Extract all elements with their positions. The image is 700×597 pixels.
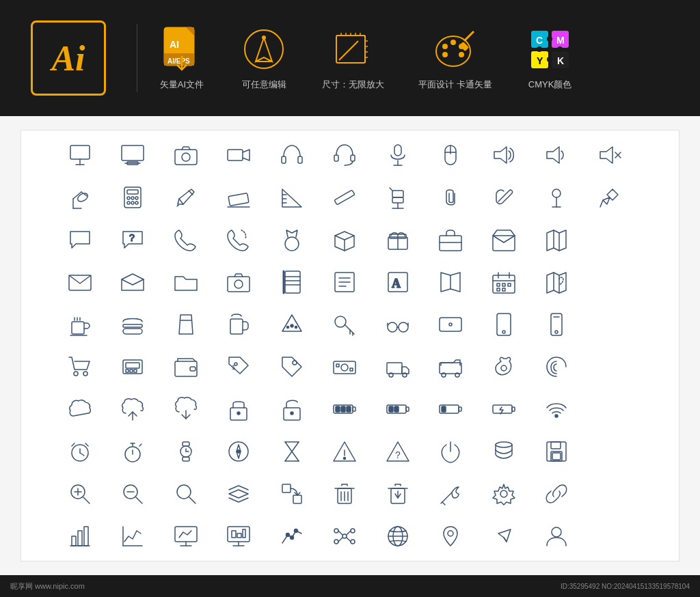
svg-point-175	[341, 364, 348, 371]
user-icon	[539, 518, 574, 554]
svg-line-243	[136, 497, 142, 503]
feature-scalable: 尺寸：无限放大	[322, 25, 384, 91]
key-icon	[327, 307, 362, 342]
header: Ai AI/EPS AI 矢量AI文件	[0, 0, 700, 116]
empty-icon-1	[592, 222, 628, 258]
book-icon	[433, 264, 468, 300]
svg-rect-201	[459, 407, 461, 411]
svg-point-292	[552, 527, 561, 537]
svg-line-80	[189, 191, 193, 195]
battery-charge-icon	[486, 391, 522, 427]
svg-marker-224	[237, 452, 241, 458]
price-tag-alt-icon	[274, 349, 310, 385]
svg-point-49	[182, 153, 190, 161]
svg-point-279	[334, 529, 338, 533]
svg-marker-63	[600, 147, 612, 163]
svg-rect-263	[84, 527, 88, 546]
svg-rect-142	[230, 319, 243, 334]
svg-rect-165	[126, 363, 139, 368]
svg-text:K: K	[557, 55, 564, 66]
svg-text:AI: AI	[170, 39, 179, 50]
cash-icon	[327, 349, 362, 385]
svg-rect-127	[497, 283, 500, 286]
briefcase-icon	[433, 222, 468, 258]
feature-vector-file-label: 矢量AI文件	[160, 79, 204, 91]
calculator-icon	[115, 180, 150, 215]
svg-rect-51	[282, 156, 286, 163]
empty-icon-4	[592, 349, 628, 385]
svg-rect-168	[134, 370, 137, 372]
feature-design-label: 平面设计 卡通矢量	[418, 79, 492, 91]
pencil-icon	[168, 180, 204, 215]
svg-rect-48	[175, 150, 197, 165]
svg-line-209	[72, 443, 75, 446]
svg-point-74	[131, 197, 134, 199]
svg-line-208	[80, 453, 84, 456]
svg-point-280	[351, 529, 355, 533]
microphone-icon	[380, 137, 416, 173]
svg-rect-169	[175, 361, 197, 376]
svg-point-150	[388, 322, 397, 332]
svg-rect-261	[72, 536, 76, 546]
svg-rect-199	[394, 406, 399, 412]
camera2-icon	[221, 264, 256, 300]
power-icon	[433, 434, 468, 469]
svg-point-110	[234, 280, 243, 288]
svg-rect-55	[394, 145, 401, 156]
svg-rect-237	[552, 453, 561, 460]
svg-rect-178	[387, 363, 402, 374]
send-icon	[486, 518, 522, 554]
svg-line-291	[504, 538, 507, 542]
svg-marker-83	[282, 189, 301, 207]
svg-point-24	[450, 40, 456, 45]
svg-rect-197	[406, 407, 409, 411]
svg-line-285	[338, 538, 342, 542]
svg-marker-223	[237, 445, 241, 452]
tablet-icon	[486, 307, 522, 342]
vector-file-icon: AI/EPS AI	[158, 25, 206, 73]
empty-icon-7	[592, 476, 628, 512]
burger-icon	[115, 307, 150, 342]
box-icon	[327, 222, 362, 258]
zoom-in-icon	[62, 476, 98, 512]
svg-rect-72	[127, 190, 138, 194]
svg-rect-204	[512, 407, 515, 411]
svg-text:Y: Y	[537, 55, 543, 66]
svg-line-258	[442, 502, 445, 505]
empty-icon-5	[592, 391, 628, 427]
svg-point-39	[557, 46, 563, 52]
svg-rect-129	[508, 283, 511, 286]
svg-line-21	[339, 41, 358, 60]
beer-icon	[221, 307, 256, 342]
svg-rect-53	[334, 155, 338, 161]
svg-point-41	[537, 46, 542, 52]
svg-marker-61	[494, 147, 507, 163]
logo-container: Ai	[21, 10, 116, 106]
coffee-icon	[62, 307, 98, 342]
calendar-icon	[486, 264, 522, 300]
empty-icon-3	[592, 307, 628, 342]
truck-icon	[380, 349, 416, 385]
svg-rect-269	[228, 527, 250, 542]
svg-rect-181	[440, 363, 461, 374]
phone-mobile-icon	[539, 307, 574, 342]
cmyk-icon: C M Y K	[526, 25, 574, 73]
bar-chart-icon	[62, 518, 98, 554]
speaker-mute-icon	[592, 137, 628, 173]
svg-point-188	[237, 412, 240, 415]
fingerprint-icon	[539, 349, 574, 385]
svg-point-27	[442, 52, 448, 57]
globe-icon	[380, 518, 416, 554]
transform-icon	[274, 476, 310, 512]
svg-rect-103	[440, 236, 461, 251]
phone-ring-icon	[221, 222, 256, 258]
svg-point-75	[135, 197, 138, 199]
svg-point-69	[77, 192, 90, 204]
svg-text:?: ?	[129, 232, 135, 243]
cloud-upload-icon	[115, 391, 150, 427]
svg-rect-195	[347, 406, 351, 412]
feature-design: 平面设计 卡通矢量	[418, 25, 492, 91]
svg-point-277	[294, 529, 297, 533]
svg-line-210	[85, 443, 88, 446]
drink-icon	[168, 307, 204, 342]
